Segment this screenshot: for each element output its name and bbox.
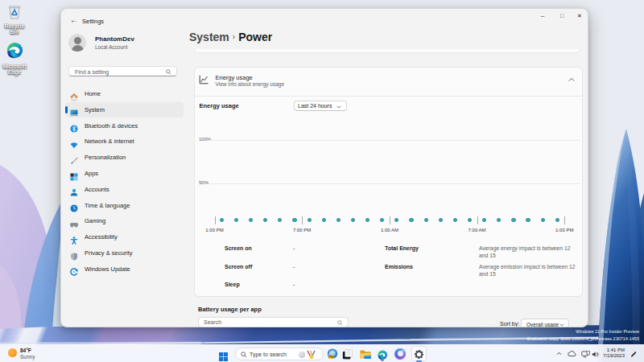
svg-text:PRE: PRE — [328, 356, 335, 359]
